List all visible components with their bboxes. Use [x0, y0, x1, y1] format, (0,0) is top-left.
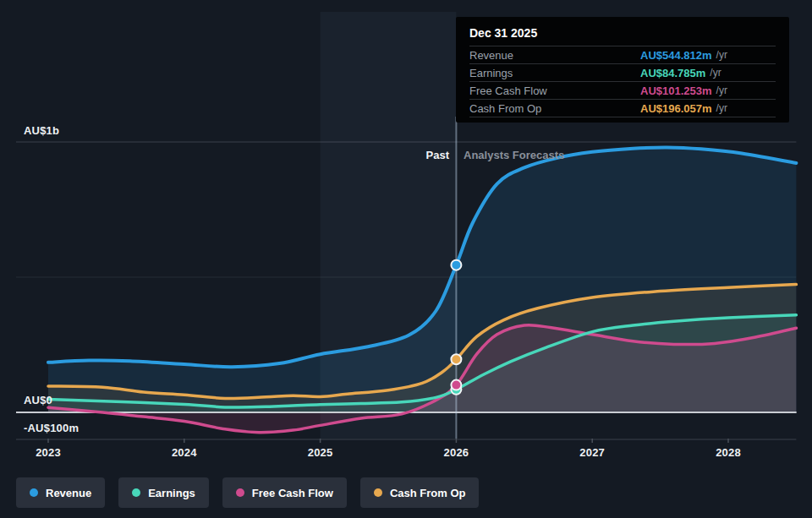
earnings-series-dot-icon: [132, 488, 140, 497]
tooltip-label-earnings: Earnings: [469, 67, 640, 79]
last-12m-highlight-band: [321, 12, 457, 439]
x-axis-label-2024: 2024: [172, 446, 197, 459]
marker-cash-from-op: [451, 354, 461, 364]
tooltip-value-earnings: AU$84.785m: [640, 67, 705, 79]
chart-legend: Revenue Earnings Free Cash Flow Cash Fro…: [16, 477, 479, 508]
tooltip-row-revenue: Revenue AU$544.812m /yr: [469, 46, 776, 63]
chart-tooltip: Dec 31 2025 Revenue AU$544.812m /yr Earn…: [456, 17, 789, 123]
marker-free-cash-flow: [451, 380, 461, 390]
tooltip-label-cash-from-op: Cash From Op: [469, 102, 640, 115]
x-axis-label-2025: 2025: [308, 446, 333, 459]
x-axis-label-2028: 2028: [716, 446, 741, 459]
financials-chart-panel: AU$1b AU$0 -AU$100m 2023 2024 2025 2026 …: [0, 0, 812, 518]
x-axis-label-2027: 2027: [579, 446, 605, 459]
tooltip-unit-revenue: /yr: [716, 49, 727, 61]
y-axis-label-neg100m: -AU$100m: [24, 422, 79, 434]
tooltip-label-revenue: Revenue: [469, 49, 640, 62]
marker-revenue: [451, 260, 461, 270]
tooltip-unit-cash-from-op: /yr: [716, 102, 727, 114]
legend-item-cash-from-op[interactable]: Cash From Op: [360, 477, 480, 508]
tooltip-value-revenue: AU$544.812m: [640, 49, 712, 62]
x-axis-label-2023: 2023: [36, 446, 61, 459]
free-cash-flow-series-dot-icon: [236, 488, 244, 497]
tooltip-unit-earnings: /yr: [710, 67, 721, 79]
tooltip-row-free-cash-flow: Free Cash Flow AU$101.253m /yr: [469, 81, 776, 99]
cash-from-op-series-dot-icon: [374, 488, 382, 497]
tooltip-row-earnings: Earnings AU$84.785m /yr: [469, 63, 776, 81]
legend-label-earnings: Earnings: [148, 487, 195, 499]
y-axis-label-zero: AU$0: [24, 394, 52, 406]
y-axis-label-1b: AU$1b: [24, 124, 59, 137]
revenue-series-dot-icon: [30, 488, 38, 497]
tooltip-date: Dec 31 2025: [469, 25, 776, 46]
tooltip-row-cash-from-op: Cash From Op AU$196.057m /yr: [469, 99, 776, 117]
legend-label-revenue: Revenue: [46, 487, 91, 499]
legend-label-free-cash-flow: Free Cash Flow: [252, 487, 333, 499]
forecast-zone-label: Analysts Forecasts: [464, 149, 564, 161]
x-axis-label-2026: 2026: [444, 446, 469, 459]
tooltip-unit-free-cash-flow: /yr: [716, 85, 727, 96]
legend-label-cash-from-op: Cash From Op: [390, 487, 466, 499]
tooltip-value-cash-from-op: AU$196.057m: [640, 102, 712, 115]
legend-item-revenue[interactable]: Revenue: [16, 477, 105, 508]
legend-item-free-cash-flow[interactable]: Free Cash Flow: [222, 477, 347, 508]
past-zone-label: Past: [426, 149, 449, 161]
legend-item-earnings[interactable]: Earnings: [118, 477, 209, 508]
tooltip-label-free-cash-flow: Free Cash Flow: [469, 85, 640, 97]
tooltip-value-free-cash-flow: AU$101.253m: [640, 85, 712, 97]
